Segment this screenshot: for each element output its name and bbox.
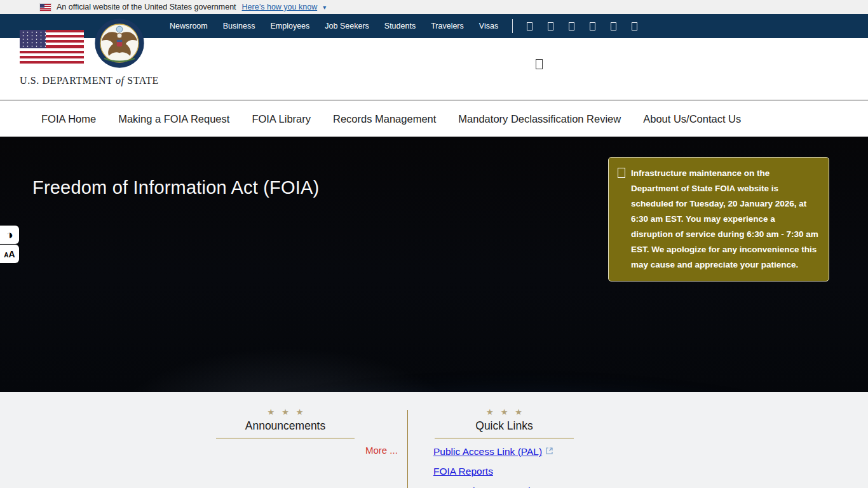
- us-flag-icon: [40, 4, 51, 11]
- nav-item-students[interactable]: Students: [377, 22, 423, 30]
- foia-nav-making-request[interactable]: Making a FOIA Request: [118, 113, 229, 125]
- us-flag-image: [20, 30, 84, 64]
- contrast-toggle-button[interactable]: ◑: [0, 226, 19, 244]
- agency-name: U.S. DEPARTMENT of STATE: [20, 75, 185, 86]
- page-title: Freedom of Information Act (FOIA): [32, 177, 319, 198]
- announcements-title: Announcements: [216, 419, 355, 438]
- social-icon-5[interactable]: [611, 22, 616, 30]
- official-banner: An official website of the United States…: [0, 0, 868, 14]
- announcements-header: ★★★ Announcements: [216, 407, 355, 438]
- nav-item-travelers[interactable]: Travelers: [423, 22, 471, 30]
- social-icon-3[interactable]: [569, 22, 574, 30]
- site-header: U.S. DEPARTMENT of STATE: [0, 38, 868, 100]
- social-icon-4[interactable]: [590, 22, 595, 30]
- maintenance-alert: Infrastructure maintenance on the Depart…: [608, 157, 829, 281]
- foia-nav-about-contact[interactable]: About Us/Contact Us: [643, 113, 741, 125]
- social-icon-6[interactable]: [632, 22, 637, 30]
- announcements-more-link[interactable]: More ...: [365, 445, 398, 456]
- quick-link-foia-reports[interactable]: FOIA Reports: [433, 466, 583, 477]
- agency-name-part1: U.S. DEPARTMENT: [20, 75, 112, 86]
- foia-state-page: An official website of the United States…: [0, 0, 868, 488]
- foia-nav: FOIA Home Making a FOIA Request FOIA Lib…: [0, 101, 868, 137]
- atmosphere-haze: [89, 340, 483, 392]
- nav-item-newsroom[interactable]: Newsroom: [162, 22, 215, 30]
- external-link-icon: [546, 447, 553, 454]
- content-section: ★★★ Announcements More ... ★★★ Quick Lin…: [0, 392, 868, 488]
- nav-item-visas[interactable]: Visas: [471, 22, 506, 30]
- column-divider: [407, 410, 408, 488]
- nav-item-business[interactable]: Business: [215, 22, 263, 30]
- quick-links-title: Quick Links: [435, 419, 574, 438]
- social-icon-2[interactable]: [548, 22, 553, 30]
- alert-icon: [618, 168, 625, 178]
- quick-links-header: ★★★ Quick Links: [435, 407, 574, 438]
- font-size-button[interactable]: AA: [0, 245, 19, 263]
- foia-nav-records-management[interactable]: Records Management: [333, 113, 436, 125]
- quick-links-list: Public Access Link (PAL) FOIA Reports Fr…: [433, 446, 583, 488]
- font-size-icon: AA: [4, 249, 15, 259]
- agency-name-part3: STATE: [127, 75, 159, 86]
- accessibility-widget: ◑ AA: [0, 226, 19, 264]
- stars-decoration-icon: ★★★: [216, 407, 355, 417]
- stars-decoration-icon: ★★★: [435, 407, 574, 417]
- quick-link-pal[interactable]: Public Access Link (PAL): [433, 446, 583, 458]
- search-icon[interactable]: [536, 59, 543, 69]
- agency-name-part2: of: [116, 75, 125, 86]
- foia-nav-library[interactable]: FOIA Library: [252, 113, 311, 125]
- official-banner-text: An official website of the United States…: [57, 3, 236, 11]
- hero-banner: Freedom of Information Act (FOIA) Infras…: [0, 137, 868, 392]
- foia-nav-home[interactable]: FOIA Home: [41, 113, 96, 125]
- contrast-icon: ◑: [6, 229, 13, 241]
- department-of-state-seal-icon[interactable]: [94, 18, 145, 69]
- alert-message: Infrastructure maintenance on the Depart…: [631, 166, 818, 273]
- nav-divider: [512, 19, 513, 33]
- nav-item-job-seekers[interactable]: Job Seekers: [317, 22, 376, 30]
- quick-link-frequently-requested[interactable]: Frequently Requested Documents: [433, 485, 583, 488]
- nav-item-employees[interactable]: Employees: [262, 22, 317, 30]
- foia-nav-mdr[interactable]: Mandatory Declassification Review: [458, 113, 621, 125]
- how-you-know-link[interactable]: Here’s how you know: [242, 3, 318, 11]
- chevron-down-icon: ▾: [323, 4, 326, 11]
- social-icon-1[interactable]: [527, 22, 532, 30]
